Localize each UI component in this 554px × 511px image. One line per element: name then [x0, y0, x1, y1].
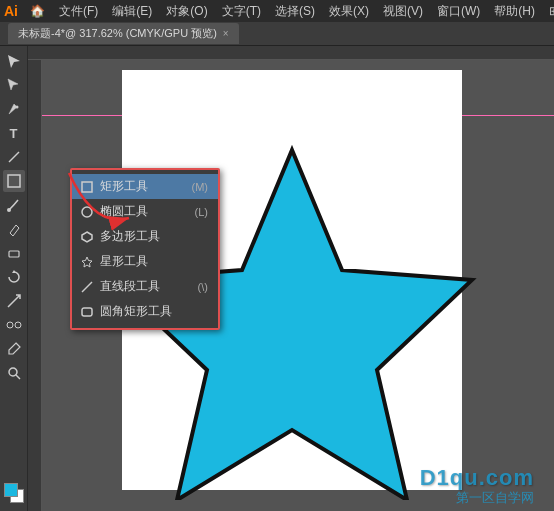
svg-rect-4 [9, 251, 19, 257]
svg-rect-10 [82, 182, 92, 192]
app-logo: Ai [4, 3, 18, 19]
popup-item-line[interactable]: 直线段工具 (\) [72, 274, 218, 299]
tool-popup: 矩形工具 (M) 椭圆工具 (L) 多边形工具 [70, 168, 220, 330]
tool-paintbrush[interactable] [3, 194, 25, 216]
popup-item-star[interactable]: 星形工具 [72, 249, 218, 274]
popup-item-ellipse[interactable]: 椭圆工具 (L) [72, 199, 218, 224]
tool-scale[interactable] [3, 290, 25, 312]
svg-line-14 [82, 282, 92, 292]
left-ruler [28, 60, 42, 511]
canvas-wrapper: 矩形工具 (M) 椭圆工具 (L) 多边形工具 [28, 46, 554, 511]
svg-rect-2 [8, 175, 20, 187]
tool-type[interactable]: T [3, 122, 25, 144]
svg-rect-15 [82, 308, 92, 316]
tool-shape[interactable] [3, 170, 25, 192]
popup-item-rounded-rect[interactable]: 圆角矩形工具 [72, 299, 218, 324]
menu-select[interactable]: 选择(S) [269, 1, 321, 22]
popup-shortcut-ellipse: (L) [195, 206, 208, 218]
svg-point-8 [9, 368, 17, 376]
color-swatch-stack[interactable] [4, 483, 24, 503]
tool-pen[interactable] [3, 98, 25, 120]
tool-pencil[interactable] [3, 218, 25, 240]
ellipse-icon [80, 205, 94, 219]
polygon-icon [80, 230, 94, 244]
popup-label-rounded-rect: 圆角矩形工具 [100, 303, 172, 320]
star-icon [80, 255, 94, 269]
tool-direct-select[interactable] [3, 74, 25, 96]
foreground-color-swatch[interactable] [4, 483, 18, 497]
popup-label-line: 直线段工具 [100, 278, 160, 295]
tool-line[interactable] [3, 146, 25, 168]
menu-grid-icon[interactable]: ⊞ [543, 2, 554, 20]
tool-eraser[interactable] [3, 242, 25, 264]
menu-home-icon[interactable]: 🏠 [24, 2, 51, 20]
popup-item-rect[interactable]: 矩形工具 (M) [72, 174, 218, 199]
main-layout: T [0, 46, 554, 511]
popup-label-rect: 矩形工具 [100, 178, 148, 195]
tab-close-button[interactable]: × [223, 28, 229, 39]
svg-marker-12 [82, 232, 92, 242]
popup-label-star: 星形工具 [100, 253, 148, 270]
menu-bar: Ai 🏠 文件(F) 编辑(E) 对象(O) 文字(T) 选择(S) 效果(X)… [0, 0, 554, 22]
tool-select[interactable] [3, 50, 25, 72]
tool-rotate[interactable] [3, 266, 25, 288]
menu-help[interactable]: 帮助(H) [488, 1, 541, 22]
svg-point-0 [15, 106, 18, 109]
document-tab[interactable]: 未标题-4*@ 317.62% (CMYK/GPU 预览) × [8, 23, 239, 44]
top-ruler [28, 46, 554, 60]
color-swatches [4, 483, 24, 507]
watermark-line2: 第一区自学网 [456, 489, 534, 507]
tab-title: 未标题-4*@ 317.62% (CMYK/GPU 预览) [18, 26, 217, 41]
svg-point-7 [15, 322, 21, 328]
svg-marker-13 [82, 257, 92, 267]
canvas-main[interactable]: 矩形工具 (M) 椭圆工具 (L) 多边形工具 [42, 60, 554, 511]
menu-text[interactable]: 文字(T) [216, 1, 267, 22]
svg-line-1 [9, 152, 19, 162]
svg-line-9 [16, 375, 20, 379]
svg-point-11 [82, 207, 92, 217]
watermark-line1: D1qu.com [420, 465, 534, 491]
menu-file[interactable]: 文件(F) [53, 1, 104, 22]
menu-object[interactable]: 对象(O) [160, 1, 213, 22]
svg-point-3 [7, 208, 11, 212]
menu-view[interactable]: 视图(V) [377, 1, 429, 22]
rect-icon [80, 180, 94, 194]
tool-zoom[interactable] [3, 362, 25, 384]
line-icon [80, 280, 94, 294]
rounded-rect-icon [80, 305, 94, 319]
canvas-body: 矩形工具 (M) 椭圆工具 (L) 多边形工具 [28, 60, 554, 511]
toolbar: T [0, 46, 28, 511]
tool-eyedropper[interactable] [3, 338, 25, 360]
popup-item-polygon[interactable]: 多边形工具 [72, 224, 218, 249]
popup-shortcut-line: (\) [198, 281, 208, 293]
popup-label-polygon: 多边形工具 [100, 228, 160, 245]
svg-point-6 [7, 322, 13, 328]
tab-bar: 未标题-4*@ 317.62% (CMYK/GPU 预览) × [0, 22, 554, 46]
popup-shortcut-rect: (M) [192, 181, 209, 193]
menu-effect[interactable]: 效果(X) [323, 1, 375, 22]
menu-edit[interactable]: 编辑(E) [106, 1, 158, 22]
popup-label-ellipse: 椭圆工具 [100, 203, 148, 220]
tool-blend[interactable] [3, 314, 25, 336]
menu-window[interactable]: 窗口(W) [431, 1, 486, 22]
